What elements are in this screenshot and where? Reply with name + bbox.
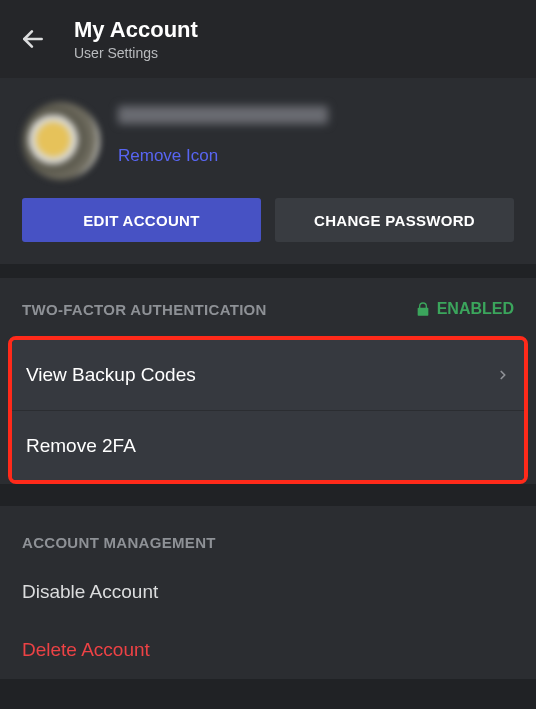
lock-icon (415, 301, 431, 317)
remove-2fa-label: Remove 2FA (26, 435, 136, 457)
edit-account-button[interactable]: EDIT ACCOUNT (22, 198, 261, 242)
page-title: My Account (74, 17, 198, 43)
avatar[interactable] (22, 102, 100, 180)
tfa-title: TWO-FACTOR AUTHENTICATION (22, 301, 267, 318)
mgmt-title: ACCOUNT MANAGEMENT (22, 534, 216, 551)
delete-account-row[interactable]: Delete Account (0, 621, 536, 679)
profile-info: Remove Icon (118, 102, 328, 166)
back-arrow-icon[interactable] (20, 26, 46, 52)
remove-icon-link[interactable]: Remove Icon (118, 146, 328, 166)
highlight-box: View Backup Codes Remove 2FA (8, 336, 528, 484)
mgmt-header: ACCOUNT MANAGEMENT (0, 506, 536, 563)
disable-account-row[interactable]: Disable Account (0, 563, 536, 621)
header: My Account User Settings (0, 0, 536, 78)
account-management-section: ACCOUNT MANAGEMENT Disable Account Delet… (0, 506, 536, 679)
profile-row: Remove Icon (0, 78, 536, 198)
header-text: My Account User Settings (74, 17, 198, 61)
button-row: EDIT ACCOUNT CHANGE PASSWORD (0, 198, 536, 264)
view-backup-codes-label: View Backup Codes (26, 364, 196, 386)
view-backup-codes-row[interactable]: View Backup Codes (12, 340, 524, 410)
tfa-status: ENABLED (415, 300, 514, 318)
username-blurred (118, 106, 328, 124)
chevron-right-icon (496, 368, 510, 382)
remove-2fa-row[interactable]: Remove 2FA (12, 410, 524, 480)
change-password-button[interactable]: CHANGE PASSWORD (275, 198, 514, 242)
tfa-header: TWO-FACTOR AUTHENTICATION ENABLED (0, 278, 536, 328)
tfa-section: TWO-FACTOR AUTHENTICATION ENABLED View B… (0, 278, 536, 484)
divider (0, 492, 536, 506)
profile-section: Remove Icon EDIT ACCOUNT CHANGE PASSWORD (0, 78, 536, 264)
page-subtitle: User Settings (74, 45, 198, 61)
tfa-status-label: ENABLED (437, 300, 514, 318)
divider (0, 264, 536, 278)
delete-account-label: Delete Account (22, 639, 514, 661)
disable-account-label: Disable Account (22, 581, 514, 603)
